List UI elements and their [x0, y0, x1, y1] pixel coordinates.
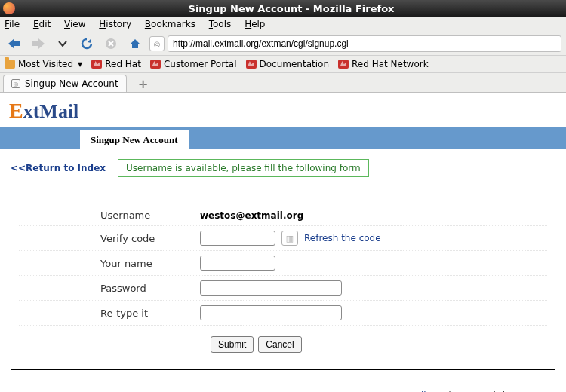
new-tab-button[interactable]: ✛: [133, 77, 154, 92]
stop-icon: [104, 37, 118, 51]
menu-tools[interactable]: Tools: [209, 19, 232, 29]
logo-part2: xtMail: [23, 100, 79, 122]
input-password[interactable]: [200, 280, 342, 296]
menu-history[interactable]: History: [99, 19, 131, 29]
refresh-code-link[interactable]: Refresh the code: [304, 233, 381, 243]
page-content: ExtMail Singup New Account <<Return to I…: [0, 93, 566, 392]
firefox-icon: [3, 2, 15, 14]
home-icon: [128, 37, 142, 51]
input-verify-code[interactable]: [200, 231, 275, 246]
status-message: Username is available, please fill the f…: [118, 159, 369, 177]
bookmarks-toolbar: Most Visited ▼ Red Hat Customer Portal D…: [0, 56, 566, 73]
bookmark-label: Red Hat: [105, 59, 141, 69]
arrow-left-icon: [6, 37, 23, 51]
menu-bar: File Edit View History Bookmarks Tools H…: [0, 17, 566, 32]
captcha-image: ▥: [281, 231, 298, 246]
site-identity-icon[interactable]: ◎: [149, 36, 165, 51]
menu-file[interactable]: File: [5, 19, 20, 29]
stop-button[interactable]: [101, 35, 121, 52]
window-title: Singup New Account - Mozilla Firefox: [20, 3, 563, 14]
button-row: Submit Cancel: [19, 326, 547, 353]
menu-view[interactable]: View: [64, 19, 85, 29]
bookmark-red-hat-network[interactable]: Red Hat Network: [338, 59, 429, 69]
header-bar: Singup New Account: [0, 127, 566, 149]
arrow-right-icon: [30, 37, 47, 51]
logo-part1: E: [9, 99, 23, 122]
reload-button[interactable]: [77, 35, 97, 52]
nav-toolbar: ◎: [0, 32, 566, 56]
back-button[interactable]: [5, 35, 24, 52]
row-verify-code: Verify code ▥ Refresh the code: [19, 226, 547, 251]
bookmark-label: Red Hat Network: [352, 59, 429, 69]
bookmark-label: Customer Portal: [164, 59, 237, 69]
site-logo: ExtMail: [0, 93, 566, 127]
home-button[interactable]: [125, 35, 145, 52]
menu-bookmarks[interactable]: Bookmarks: [145, 19, 195, 29]
tab-strip: ◎ Singup New Account ✛: [0, 73, 566, 93]
signup-form: Username westos@extmail.org Verify code …: [11, 188, 555, 370]
label-username: Username: [19, 210, 200, 221]
url-input[interactable]: [168, 35, 561, 52]
tab-title: Singup New Account: [25, 78, 118, 89]
forward-button[interactable]: [29, 35, 48, 52]
row-password: Password: [19, 276, 547, 301]
folder-icon: [5, 60, 15, 69]
url-bar-container: ◎: [149, 35, 561, 52]
label-verify-code: Verify code: [19, 233, 200, 244]
window-titlebar: Singup New Account - Mozilla Firefox: [0, 0, 566, 17]
cancel-button[interactable]: Cancel: [258, 336, 301, 353]
redhat-icon: [246, 60, 257, 69]
recent-dropdown[interactable]: [53, 35, 72, 52]
return-to-index-link[interactable]: <<Return to Index: [11, 163, 106, 173]
label-your-name: Your name: [19, 258, 200, 269]
label-password: Password: [19, 283, 200, 294]
input-your-name[interactable]: [200, 256, 275, 271]
reload-icon: [80, 37, 94, 51]
redhat-icon: [338, 60, 349, 69]
chevron-down-icon: ▼: [78, 61, 82, 68]
submit-button[interactable]: Submit: [211, 336, 254, 353]
page-icon: ◎: [11, 79, 20, 88]
row-your-name: Your name: [19, 251, 547, 276]
menu-help[interactable]: Help: [245, 19, 265, 29]
tab-active[interactable]: ◎ Singup New Account: [3, 75, 127, 92]
bookmark-red-hat[interactable]: Red Hat: [91, 59, 141, 69]
bookmark-documentation[interactable]: Documentation: [246, 59, 330, 69]
menu-edit[interactable]: Edit: [33, 19, 51, 29]
bookmark-label: Most Visited: [18, 59, 73, 69]
bookmark-label: Documentation: [260, 59, 330, 69]
page-footer: © 2004-2009 ExtMail.Org | Support | time…: [6, 384, 560, 392]
label-retype: Re-type it: [19, 308, 200, 319]
page-heading: Singup New Account: [80, 130, 189, 150]
bookmark-most-visited[interactable]: Most Visited ▼: [5, 59, 82, 69]
value-username: westos@extmail.org: [200, 210, 303, 221]
row-retype: Re-type it: [19, 301, 547, 326]
row-username: Username westos@extmail.org: [19, 205, 547, 226]
redhat-icon: [150, 60, 161, 69]
bookmark-customer-portal[interactable]: Customer Portal: [150, 59, 237, 69]
input-retype-password[interactable]: [200, 305, 342, 320]
chevron-down-icon: [58, 39, 67, 48]
redhat-icon: [91, 60, 102, 69]
sub-header: <<Return to Index Username is available,…: [0, 149, 566, 188]
